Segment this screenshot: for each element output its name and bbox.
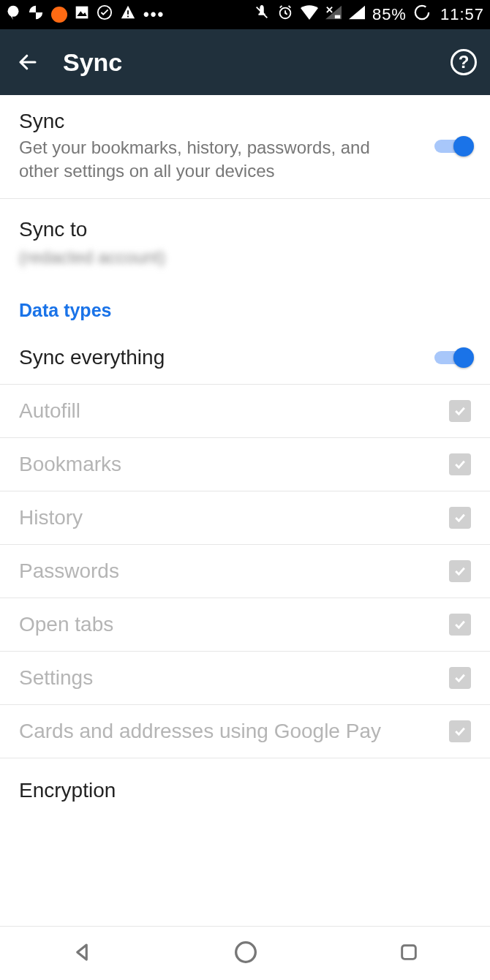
svg-point-7 bbox=[415, 6, 429, 19]
sync-everything-row[interactable]: Sync everything bbox=[0, 331, 490, 385]
svg-rect-3 bbox=[127, 10, 129, 15]
type-settings-checkbox bbox=[449, 667, 471, 689]
sync-everything-toggle[interactable] bbox=[434, 347, 471, 368]
image-icon bbox=[75, 5, 89, 24]
type-autofill-row: Autofill bbox=[0, 385, 490, 438]
nav-recent-button[interactable] bbox=[399, 942, 419, 965]
mute-icon bbox=[254, 4, 270, 25]
type-cards-checkbox bbox=[449, 720, 471, 742]
type-label: Passwords bbox=[19, 559, 449, 583]
sync-master-row[interactable]: Sync Get your bookmarks, history, passwo… bbox=[0, 95, 490, 199]
type-label: Autofill bbox=[19, 399, 449, 423]
recording-icon bbox=[51, 7, 67, 23]
type-label: Bookmarks bbox=[19, 453, 449, 476]
check-circle-icon bbox=[97, 4, 113, 25]
sync-to-account: (redacted account) bbox=[19, 247, 471, 268]
sync-to-title: Sync to bbox=[19, 218, 471, 241]
svg-rect-1 bbox=[76, 7, 88, 19]
content: Sync Get your bookmarks, history, passwo… bbox=[0, 95, 490, 817]
sync-to-row[interactable]: Sync to (redacted account) bbox=[0, 199, 490, 275]
pinwheel-icon bbox=[28, 4, 44, 25]
status-bar: ••• 85% 11:57 bbox=[0, 0, 490, 29]
svg-rect-6 bbox=[335, 15, 340, 19]
page-title: Sync bbox=[63, 48, 451, 77]
type-settings-row: Settings bbox=[0, 652, 490, 705]
type-passwords-checkbox bbox=[449, 560, 471, 582]
nav-bar bbox=[0, 926, 490, 980]
help-button[interactable]: ? bbox=[451, 49, 477, 75]
type-bookmarks-row: Bookmarks bbox=[0, 438, 490, 491]
back-button[interactable] bbox=[13, 48, 42, 77]
sync-toggle[interactable] bbox=[434, 136, 471, 157]
battery-percent: 85% bbox=[372, 5, 407, 24]
signal-roaming-icon bbox=[325, 5, 342, 24]
type-bookmarks-checkbox bbox=[449, 453, 471, 475]
section-data-types: Data types bbox=[0, 275, 490, 331]
svg-point-8 bbox=[236, 942, 256, 962]
sync-everything-label: Sync everything bbox=[19, 346, 434, 369]
type-label: Settings bbox=[19, 666, 449, 690]
app-bar: Sync ? bbox=[0, 29, 490, 95]
sync-subtitle: Get your bookmarks, history, passwords, … bbox=[19, 136, 399, 184]
type-history-row: History bbox=[0, 491, 490, 545]
nav-home-button[interactable] bbox=[234, 941, 257, 967]
svg-point-0 bbox=[8, 6, 19, 17]
encryption-row[interactable]: Encryption bbox=[0, 758, 490, 817]
more-icon: ••• bbox=[143, 5, 165, 24]
encryption-label: Encryption bbox=[19, 779, 471, 802]
type-label: Open tabs bbox=[19, 613, 449, 636]
type-passwords-row: Passwords bbox=[0, 545, 490, 598]
sync-title: Sync bbox=[19, 110, 434, 133]
type-label: Cards and addresses using Google Pay bbox=[19, 720, 449, 743]
warning-icon bbox=[120, 4, 136, 25]
type-history-checkbox bbox=[449, 507, 471, 529]
type-opentabs-row: Open tabs bbox=[0, 598, 490, 652]
alarm-icon bbox=[277, 4, 293, 25]
svg-rect-4 bbox=[127, 16, 129, 18]
status-time: 11:57 bbox=[440, 5, 484, 24]
wifi-icon bbox=[301, 5, 318, 24]
type-autofill-checkbox bbox=[449, 400, 471, 422]
nav-back-button[interactable] bbox=[71, 941, 93, 966]
signal-icon bbox=[349, 5, 365, 24]
battery-icon bbox=[414, 4, 430, 25]
svg-rect-9 bbox=[402, 945, 416, 959]
type-opentabs-checkbox bbox=[449, 614, 471, 636]
type-cards-row: Cards and addresses using Google Pay bbox=[0, 705, 490, 758]
chat-icon bbox=[6, 5, 20, 24]
type-label: History bbox=[19, 506, 449, 529]
